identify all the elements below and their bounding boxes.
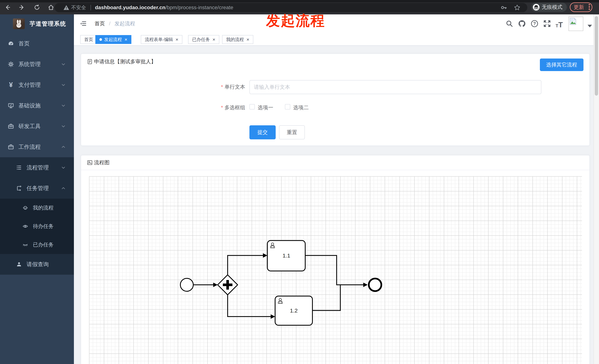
process-diagram-card: 流程图 (81, 155, 590, 364)
sidebar-item-label: 已办任务 (33, 241, 53, 248)
url-path[interactable]: /bpm/process-instance/create (165, 5, 233, 10)
breadcrumb-separator: / (109, 21, 110, 26)
sidebar-item-label: 我的流程 (33, 204, 53, 211)
close-icon[interactable]: × (176, 37, 178, 42)
not-secure-warning-icon (63, 5, 69, 10)
tag-done-tasks[interactable]: 已办任务 × (188, 35, 219, 44)
broken-image-icon (570, 18, 576, 25)
apply-info-card: 申请信息【测试多审批人】 选择其它流程 *单行文本 *多选框组 选项一 选项二 … (81, 53, 590, 146)
sidebar-item-process-management[interactable]: 流程管理 (0, 157, 74, 178)
tag-form-edit[interactable]: 流程表单-编辑 × (141, 35, 182, 44)
breadcrumb: 首页 / 发起流程 (95, 14, 135, 33)
sidebar-item-my-process[interactable]: 我的流程 (0, 199, 74, 217)
header-github-button[interactable] (518, 20, 526, 28)
sidebar-item-label: 系统管理 (18, 60, 41, 68)
sidebar-item-leave-query[interactable]: 请假查询 (0, 254, 74, 275)
incognito-badge: 无痕模式 (531, 3, 567, 12)
sidebar-item-done-tasks[interactable]: 已办任务 (0, 236, 74, 254)
sidebar-item-label: 请假查询 (26, 261, 49, 268)
user-task-1: 1.1 (267, 240, 305, 271)
close-icon[interactable]: × (247, 37, 249, 42)
tag-label: 首页 (84, 37, 93, 42)
sidebar-item-label: 任务管理 (26, 185, 49, 192)
task-label: 1.2 (290, 307, 298, 313)
flow-gateway-task1 (228, 255, 263, 275)
avatar-dropdown-caret[interactable] (588, 25, 592, 30)
svg-text:?: ? (533, 21, 536, 26)
url-host[interactable]: dashboard.yudao.iocoder.cn (95, 5, 165, 10)
tag-label: 已办任务 (192, 37, 210, 42)
security-label[interactable]: 不安全 (71, 4, 86, 11)
search-icon (505, 20, 513, 28)
diagram-card-title: 流程图 (94, 159, 110, 166)
question-icon: ? (530, 20, 538, 28)
sidebar-item-task-management[interactable]: 任务管理 (0, 178, 74, 199)
browser-forward-button[interactable] (18, 4, 25, 11)
page-content: 申请信息【测试多审批人】 选择其它流程 *单行文本 *多选框组 选项一 选项二 … (74, 46, 599, 364)
sidebar-item-payment[interactable]: ¥ 支付管理 (0, 75, 74, 95)
forward-icon (18, 4, 25, 11)
sidebar-item-dev-tools[interactable]: 研发工具 (0, 116, 74, 137)
chevron-down-icon (61, 62, 66, 67)
screen: 不安全 dashboard.yudao.iocoder.cn/bpm/proce… (0, 0, 599, 364)
face-icon (22, 204, 29, 211)
sidebar-item-todo-tasks[interactable]: 待办任务 (0, 217, 74, 236)
password-key-icon[interactable] (501, 4, 507, 11)
header-fullscreen-button[interactable] (543, 20, 551, 28)
list-icon (16, 164, 23, 171)
eye-closed-icon (22, 241, 29, 248)
choose-other-process-button[interactable]: 选择其它流程 (540, 59, 583, 71)
logo-image (13, 18, 25, 29)
address-bar[interactable]: 不安全 dashboard.yudao.iocoder.cn/bpm/proce… (54, 3, 527, 12)
chevron-down-icon (61, 124, 66, 129)
page-scrollbar[interactable] (593, 14, 599, 364)
checkbox-option-2-label[interactable]: 选项二 (293, 104, 309, 111)
reset-button[interactable]: 重置 (279, 125, 305, 139)
font-size-icon[interactable]: TT (555, 21, 563, 29)
tag-create-process[interactable]: 发起流程 × (95, 35, 131, 44)
sidebar-item-workflow[interactable]: 工作流程 (0, 137, 74, 157)
sidebar-collapse-icon[interactable] (80, 20, 87, 27)
checkbox-option-1[interactable] (249, 104, 255, 110)
breadcrumb-home[interactable]: 首页 (95, 20, 105, 27)
bpmn-canvas[interactable]: 1.1 1.2 (89, 176, 582, 364)
chevron-down-icon (61, 103, 66, 108)
chevron-up-icon (61, 186, 66, 191)
omnibox-separator (90, 5, 91, 10)
sidebar-item-label: 支付管理 (18, 81, 41, 89)
task-label: 1.1 (282, 253, 290, 259)
header-help-button[interactable]: ? (530, 20, 538, 28)
scrollbar-thumb[interactable] (595, 16, 598, 96)
browser-home-button[interactable] (48, 4, 54, 11)
checkbox-option-2[interactable] (285, 104, 290, 110)
briefcase-icon (7, 144, 14, 151)
main-area: 首页 / 发起流程 ? TT (74, 14, 599, 364)
home-icon (48, 4, 54, 11)
document-icon (87, 59, 93, 64)
submit-button[interactable]: 提交 (249, 125, 276, 139)
sidebar-item-label: 流程管理 (26, 164, 49, 171)
sidebar-item-home[interactable]: 首页 (0, 33, 74, 54)
checkbox-option-1-label[interactable]: 选项一 (258, 104, 273, 111)
diagram-card-header: 流程图 (81, 155, 589, 170)
tag-label: 发起流程 (104, 37, 122, 42)
tag-home[interactable]: 首页 (80, 35, 97, 44)
reload-icon (34, 4, 40, 11)
browser-back-button[interactable] (4, 4, 11, 11)
sidebar-logo-row[interactable]: 芋道管理系统 (0, 14, 74, 33)
avatar[interactable] (569, 17, 583, 31)
header-search-button[interactable] (505, 20, 513, 28)
parallel-gateway (218, 275, 238, 295)
browser-reload-button[interactable] (34, 4, 40, 11)
single-line-input[interactable] (249, 80, 541, 94)
tag-my-process[interactable]: 我的流程 × (222, 35, 253, 44)
sidebar-item-system[interactable]: 系统管理 (0, 54, 74, 75)
bookmark-star-icon[interactable] (514, 4, 520, 11)
annotation-text: 发起流程 (266, 11, 325, 30)
browser-menu-icon[interactable] (589, 4, 590, 11)
single-line-label: *单行文本 (81, 84, 245, 90)
sidebar-item-infrastructure[interactable]: 基础设施 (0, 95, 74, 116)
checkbox-group-label: *多选框组 (81, 104, 245, 111)
close-icon[interactable]: × (212, 37, 215, 42)
close-icon[interactable]: × (124, 37, 127, 42)
